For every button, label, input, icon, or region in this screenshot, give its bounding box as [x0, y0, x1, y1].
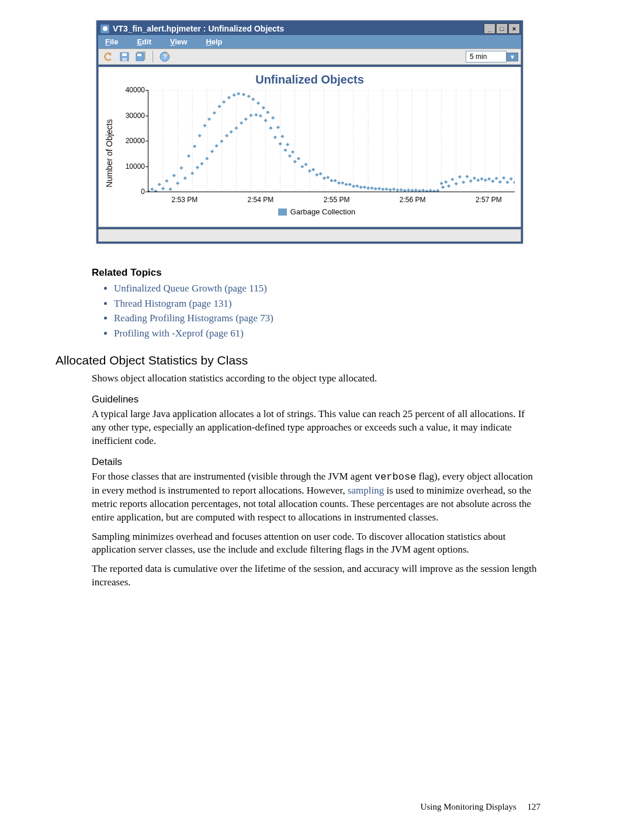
svg-text:?: ?: [163, 53, 167, 60]
saveall-icon[interactable]: [134, 50, 148, 63]
maximize-button[interactable]: □: [496, 23, 508, 34]
link-xeprof[interactable]: Profiling with -Xeprof (page 61): [114, 328, 244, 339]
link-profiling-histograms[interactable]: Reading Profiling Histograms (page 73): [114, 313, 273, 324]
link-sampling[interactable]: sampling: [348, 485, 384, 496]
guidelines-heading: Guidelines: [92, 394, 540, 405]
chevron-down-icon[interactable]: ▼: [507, 53, 518, 61]
details-para-3: The reported data is cumulative over the…: [92, 563, 540, 589]
menubar: File Edit View Help: [98, 35, 521, 48]
page-footer: Using Monitoring Displays 127: [421, 802, 540, 812]
svg-rect-3: [122, 58, 127, 61]
help-icon[interactable]: ?: [158, 50, 172, 63]
x-tick: 2:56 PM: [400, 196, 426, 204]
menu-view[interactable]: View: [170, 37, 187, 46]
svg-point-9: [167, 53, 169, 55]
list-item: Profiling with -Xeprof (page 61): [114, 326, 540, 341]
x-tick: 2:57 PM: [476, 196, 502, 204]
svg-rect-2: [122, 53, 127, 56]
page-number: 127: [528, 802, 541, 811]
titlebar[interactable]: VT3_fin_alert.hpjmeter : Unfinalized Obj…: [98, 22, 521, 35]
footer-section: Using Monitoring Displays: [421, 802, 516, 811]
legend-swatch: [278, 209, 287, 216]
x-axis-labels: 2:53 PM 2:54 PM 2:55 PM 2:56 PM 2:57 PM: [148, 192, 515, 204]
list-item: Unfinalized Queue Growth (page 115): [114, 281, 540, 296]
interval-value: 5 min: [466, 51, 507, 63]
related-topics-list: Unfinalized Queue Growth (page 115) Thre…: [114, 281, 540, 341]
x-tick: 2:53 PM: [171, 196, 197, 204]
interval-dropdown[interactable]: 5 min ▼: [466, 51, 518, 63]
toolbar: ? 5 min ▼: [98, 48, 521, 65]
close-button[interactable]: ×: [508, 23, 520, 34]
save-icon[interactable]: [117, 50, 131, 63]
chart-pane: Unfinalized Objects Number of Objects 01…: [98, 67, 521, 227]
x-tick: 2:55 PM: [324, 196, 350, 204]
details-para-1: For those classes that are instrumented …: [92, 470, 540, 525]
svg-rect-6: [137, 54, 141, 56]
list-item: Reading Profiling Histograms (page 73): [114, 311, 540, 326]
details-para-2: Sampling minimizes overhead and focuses …: [92, 530, 540, 557]
chart-plot: 010000200003000040000: [148, 90, 515, 192]
y-axis-label: Number of Objects: [105, 119, 114, 188]
app-window: VT3_fin_alert.hpjmeter : Unfinalized Obj…: [96, 20, 523, 244]
y-tick: 10000: [118, 162, 145, 171]
link-unfinalized-queue[interactable]: Unfinalized Queue Growth (page 115): [114, 283, 267, 294]
svg-point-0: [103, 26, 108, 31]
menu-file[interactable]: File: [105, 37, 118, 46]
verbose-flag: verbose: [375, 471, 416, 483]
back-icon[interactable]: [101, 50, 115, 63]
toolbar-divider: [152, 51, 153, 63]
details-heading: Details: [92, 456, 540, 468]
x-tick: 2:54 PM: [248, 196, 274, 204]
list-item: Thread Histogram (page 131): [114, 296, 540, 311]
statusbar: [98, 229, 521, 242]
section-intro: Shows object allocation statistics accor…: [92, 372, 540, 386]
link-thread-histogram[interactable]: Thread Histogram (page 131): [114, 298, 232, 309]
legend: Garbage Collection: [119, 207, 515, 216]
menu-help[interactable]: Help: [206, 37, 222, 46]
window-title: VT3_fin_alert.hpjmeter : Unfinalized Obj…: [113, 24, 483, 33]
y-tick: 0: [118, 188, 145, 196]
app-icon: [100, 25, 109, 33]
guidelines-text: A typical large Java application allocat…: [92, 408, 540, 448]
legend-label: Garbage Collection: [290, 207, 355, 216]
y-tick: 30000: [118, 112, 145, 120]
chart-title: Unfinalized Objects: [105, 73, 515, 86]
details-text: For those classes that are instrumented …: [92, 471, 375, 482]
y-tick: 40000: [118, 86, 145, 94]
minimize-button[interactable]: _: [484, 23, 495, 34]
related-topics-heading: Related Topics: [92, 267, 540, 279]
y-tick: 20000: [118, 137, 145, 145]
section-heading: Allocated Object Statistics by Class: [56, 353, 540, 367]
menu-edit[interactable]: Edit: [137, 37, 151, 46]
